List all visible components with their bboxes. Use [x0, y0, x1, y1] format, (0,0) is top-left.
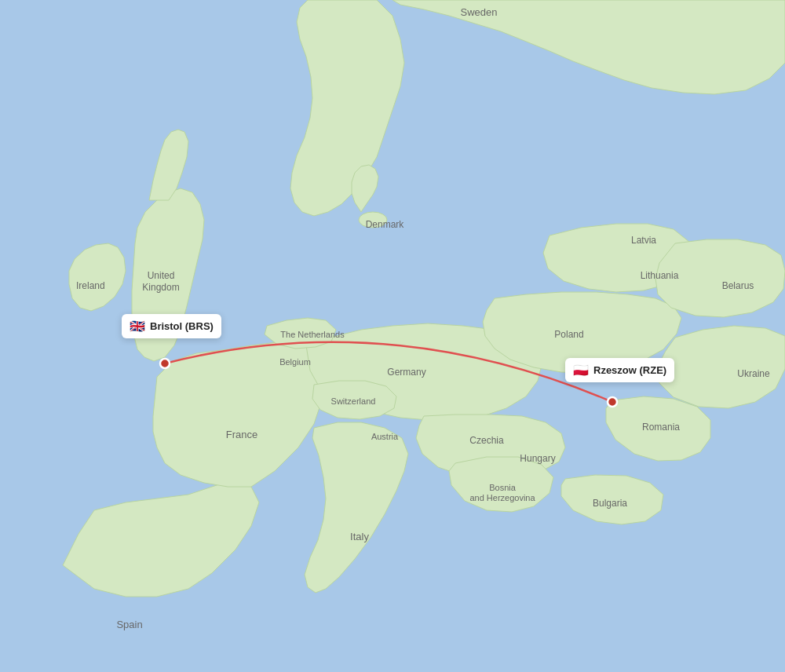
belarus-label: Belarus: [722, 280, 754, 291]
uk-label: United: [148, 270, 175, 281]
switzerland-label: Switzerland: [331, 396, 376, 406]
france-label: France: [226, 429, 257, 440]
belgium-label: Belgium: [279, 357, 311, 367]
denmark-label: Denmark: [366, 219, 405, 230]
ukraine-label: Ukraine: [737, 368, 770, 379]
lithuania-label: Lithuania: [641, 270, 679, 281]
bristol-dot: [160, 359, 170, 368]
italy-label: Italy: [350, 531, 369, 542]
austria-label: Austria: [371, 432, 399, 441]
map-svg: Ireland United Kingdom Sweden Denmark La…: [0, 0, 785, 672]
bulgaria-label: Bulgaria: [593, 498, 627, 509]
and-herzegovina-label: and Herzegovina: [469, 493, 535, 502]
rzeszow-flag: 🇵🇱: [573, 363, 589, 378]
bristol-flag: 🇬🇧: [130, 319, 145, 334]
germany-label: Germany: [387, 367, 425, 378]
poland-label: Poland: [554, 329, 583, 340]
rzeszow-airport-name: Rzeszow (RZE): [593, 364, 666, 376]
bristol-airport-name: Bristol (BRS): [150, 320, 214, 332]
romania-label: Romania: [642, 422, 680, 433]
map-container: Ireland United Kingdom Sweden Denmark La…: [0, 0, 785, 672]
czechia-label: Czechia: [469, 435, 504, 446]
rzeszow-airport-label[interactable]: 🇵🇱 Rzeszow (RZE): [565, 358, 674, 382]
bristol-airport-label[interactable]: 🇬🇧 Bristol (BRS): [122, 314, 221, 338]
rzeszow-dot: [608, 397, 617, 407]
bosnia-label: Bosnia: [489, 483, 517, 492]
netherlands-label: The Netherlands: [280, 330, 345, 339]
uk-label-2: Kingdom: [142, 282, 179, 293]
sweden-label: Sweden: [461, 6, 498, 18]
spain-label: Spain: [116, 619, 142, 630]
hungary-label: Hungary: [520, 453, 555, 464]
ireland-label: Ireland: [76, 280, 105, 291]
latvia-label: Latvia: [631, 235, 656, 246]
